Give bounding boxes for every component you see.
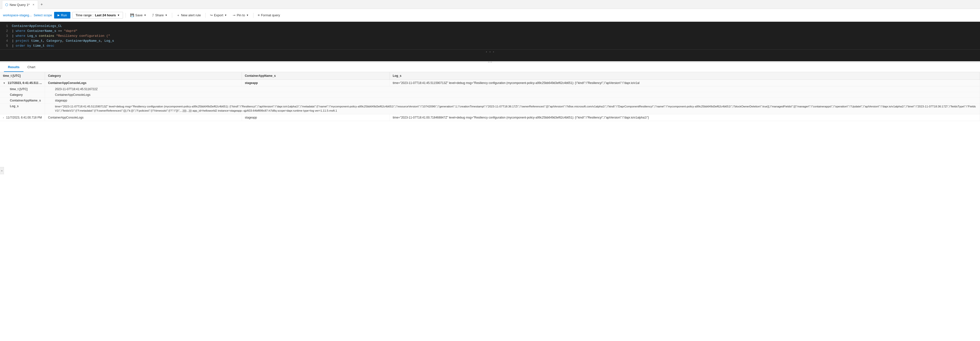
- toolbar: workspace-stageg... Select scope ▶ Run T…: [0, 9, 980, 22]
- detail-label: Log_s: [0, 103, 45, 114]
- tab-chart[interactable]: Chart: [24, 63, 39, 72]
- editor-line-4: 4 | project time_t, Category, ContainerA…: [0, 38, 980, 43]
- result-tabs: Results Chart: [0, 63, 980, 72]
- editor-line-2: 2 | where ContainerName_s == "daprd": [0, 29, 980, 33]
- save-icon: 💾: [130, 13, 134, 17]
- share-icon: ⤴: [152, 13, 154, 17]
- detail-row: ContainerAppName_s stageapp: [0, 98, 980, 103]
- table-row[interactable]: › 11/7/2023, 6:41:00.718 PM ContainerApp…: [0, 114, 980, 121]
- export-chevron-icon: ▼: [224, 14, 227, 17]
- table-row[interactable]: ▼ 11/7/2023, 6:41:45.511 ... ContainerAp…: [0, 80, 980, 86]
- pin-to-button[interactable]: ⊸ Pin to ▼: [231, 12, 250, 18]
- editor-line-1: 1 ContainerAppConsoleLogs_CL: [0, 24, 980, 29]
- results-table: time_t [UTC] Category ContainerAppName_s…: [0, 72, 980, 121]
- time-range-prefix: Time range :: [76, 13, 94, 17]
- divider-2: [172, 13, 172, 18]
- time-range-value: Last 24 hours: [95, 13, 116, 17]
- tab-bar: ⬡ New Query 1* × +: [0, 0, 980, 9]
- export-button[interactable]: ↪ Export ▼: [208, 12, 229, 18]
- line-num-1: 1: [2, 24, 8, 29]
- line-num-4: 4: [2, 38, 8, 43]
- play-icon: ▶: [57, 14, 59, 17]
- format-icon: ≡: [258, 13, 260, 17]
- azure-icon: ⬡: [5, 3, 8, 7]
- detail-label: Category: [0, 92, 45, 98]
- alert-plus-icon: ＋: [177, 13, 180, 17]
- line-content-3: | where Log_s contains "Resiliency confi…: [12, 33, 110, 38]
- detail-value: 2023-11-07T18:41:45.5116722Z: [45, 86, 980, 92]
- format-query-button[interactable]: ≡ Format query: [256, 12, 282, 18]
- table-header-row: time_t [UTC] Category ContainerAppName_s…: [0, 72, 980, 80]
- share-button[interactable]: ⤴ Share ▼: [150, 12, 169, 18]
- detail-row: time_t [UTC] 2023-11-07T18:41:45.5116722…: [0, 86, 980, 92]
- line-content-2: | where ContainerName_s == "daprd": [12, 29, 77, 33]
- editor-line-3: 3 | where Log_s contains "Resiliency con…: [0, 33, 980, 38]
- log-text: time="2023-11-07T18:41:00.718468847Z" le…: [393, 116, 689, 119]
- line-content-5: | order by time_t desc: [12, 43, 54, 48]
- detail-value: ContainerAppConsoleLogs: [45, 92, 980, 98]
- tab-title: New Query 1*: [10, 3, 30, 7]
- detail-value: stageapp: [45, 98, 980, 103]
- save-button[interactable]: 💾 Save ▼: [128, 12, 148, 18]
- line-content-4: | project time_t, Category, ContainerApp…: [12, 38, 114, 43]
- col-header-log: Log_s: [390, 72, 980, 80]
- pin-chevron-icon: ▼: [246, 14, 249, 17]
- results-area[interactable]: Results Chart time_t [UTC] Category Cont…: [0, 63, 980, 341]
- line-num-3: 3: [2, 33, 8, 38]
- detail-row: Log_s time="2023-11-07T18:41:45.51159071…: [0, 103, 980, 114]
- detail-label: ContainerAppName_s: [0, 98, 45, 103]
- pin-icon: ⊸: [233, 13, 235, 17]
- line-num-2: 2: [2, 29, 8, 33]
- expand-icon[interactable]: ›: [3, 116, 4, 119]
- time-range-chevron-icon: ▼: [117, 14, 120, 17]
- query-tab[interactable]: ⬡ New Query 1* ×: [2, 0, 38, 9]
- detail-value: time="2023-11-07T18:41:45.511590713Z" le…: [45, 103, 980, 114]
- run-button[interactable]: ▶ Run: [54, 12, 70, 19]
- main-content: 1 ContainerAppConsoleLogs_CL 2 | where C…: [0, 22, 980, 341]
- share-chevron-icon: ▼: [165, 14, 167, 17]
- line-num-5: 5: [2, 43, 8, 48]
- detail-row: Category ContainerAppConsoleLogs: [0, 92, 980, 98]
- line-content-1: ContainerAppConsoleLogs_CL: [12, 24, 62, 29]
- query-editor[interactable]: 1 ContainerAppConsoleLogs_CL 2 | where C…: [0, 22, 980, 61]
- new-alert-button[interactable]: ＋ New alert rule: [175, 12, 203, 19]
- sidebar-toggle[interactable]: ‹‹: [0, 167, 4, 174]
- time-range-button[interactable]: Time range : Last 24 hours ▼: [72, 12, 123, 19]
- run-label: Run: [61, 13, 67, 17]
- save-chevron-icon: ▼: [144, 14, 146, 17]
- col-header-category: Category: [45, 72, 242, 80]
- editor-ellipsis: • • •: [0, 49, 980, 55]
- export-icon: ↪: [210, 13, 213, 17]
- workspace-label: workspace-stageg...: [3, 13, 32, 17]
- new-tab-button[interactable]: +: [38, 0, 45, 9]
- editor-line-5: 5 | order by time_t desc: [0, 43, 980, 48]
- log-text: time="2023-11-07T18:41:45.511590713Z" le…: [393, 81, 689, 85]
- collapse-icon[interactable]: ▼: [3, 82, 5, 84]
- select-scope-button[interactable]: Select scope: [33, 13, 52, 17]
- tab-results[interactable]: Results: [4, 63, 24, 72]
- divider-1: [126, 13, 126, 18]
- col-header-time: time_t [UTC]: [0, 72, 45, 80]
- tab-close-button[interactable]: ×: [32, 2, 35, 7]
- col-header-appname: ContainerAppName_s: [242, 72, 390, 80]
- detail-label: time_t [UTC]: [0, 86, 45, 92]
